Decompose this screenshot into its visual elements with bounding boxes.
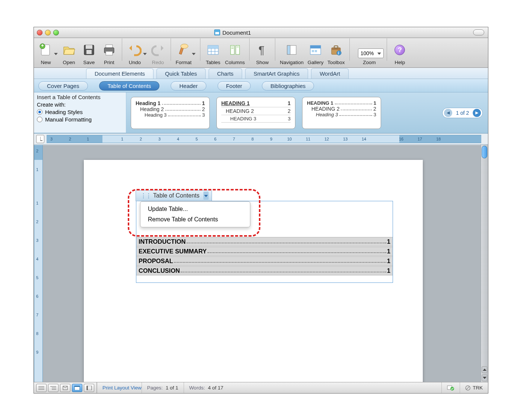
pager-next-button[interactable]: ▶ (473, 109, 481, 117)
application-window: Document1 New Open Save Print Undo Re (34, 27, 488, 394)
format-button[interactable]: Format (175, 42, 192, 65)
toc-handle-dropdown-icon[interactable] (203, 192, 209, 200)
spellcheck-icon (447, 385, 454, 391)
toc-entry[interactable]: CONCLUSION1 (136, 266, 393, 275)
view-notebook-button[interactable] (84, 384, 94, 392)
toc-context-menu: Update Table... Remove Table of Contents (140, 201, 250, 227)
pill-header[interactable]: Header (171, 81, 206, 91)
document-area: 21 12 34 56 78 9 ⋮⋮ Table of Contents Up… (34, 145, 488, 382)
menu-update-table[interactable]: Update Table... (140, 204, 250, 214)
svg-text:¶: ¶ (259, 44, 264, 56)
open-button[interactable]: Open (61, 42, 77, 65)
save-button[interactable]: Save (81, 42, 97, 65)
toc-template-3[interactable]: HEADING 11 HEADING 22 Heading 33 (302, 97, 381, 129)
svg-point-10 (181, 44, 188, 48)
view-publishing-button[interactable] (60, 384, 70, 392)
toc-entry[interactable]: INTRODUCTION1 (136, 237, 393, 246)
help-button[interactable]: ? Help (392, 42, 408, 65)
grip-icon: ⋮⋮ (140, 192, 151, 199)
columns-button[interactable]: Columns (225, 42, 245, 65)
help-icon: ? (394, 45, 405, 55)
view-outline-button[interactable] (48, 384, 58, 392)
svg-rect-3 (42, 44, 43, 47)
toolbar-separator (200, 38, 200, 61)
redo-button[interactable]: Redo (150, 42, 166, 65)
new-button[interactable]: New (38, 42, 54, 65)
toolbar-toggle-button[interactable] (473, 29, 484, 35)
toc-template-2[interactable]: HEADING 11 HEADING 22 HEADING 33 (216, 97, 295, 129)
status-spellcheck[interactable] (441, 382, 460, 393)
pill-bibliographies[interactable]: Bibliographies (262, 81, 314, 91)
titlebar: Document1 (34, 27, 488, 38)
radio-icon (37, 109, 42, 115)
ruler-row: ⎿ /*numbers rendered below via JS-less s… (34, 133, 488, 145)
radio-manual-formatting[interactable]: Manual Formatting (37, 116, 123, 123)
menu-remove-toc[interactable]: Remove Table of Contents (140, 214, 250, 225)
svg-line-48 (466, 386, 469, 389)
status-view-name: Print Layout View (97, 382, 142, 393)
gallery-pager: ◀ 1 of 2 ▶ (442, 108, 483, 118)
radio-icon (37, 117, 42, 122)
page-viewport[interactable]: ⋮⋮ Table of Contents Update Table... Rem… (43, 145, 488, 382)
toc-template-1[interactable]: Heading 11 Heading 22 Heading 33 (131, 97, 210, 129)
view-buttons (34, 382, 97, 393)
svg-rect-42 (75, 386, 80, 387)
pill-footer[interactable]: Footer (218, 81, 251, 91)
undo-button[interactable]: Undo (127, 42, 143, 65)
status-words[interactable]: Words: 4 of 17 (184, 382, 229, 393)
svg-point-32 (337, 51, 341, 55)
print-button[interactable]: Print (101, 42, 117, 65)
toolbox-button[interactable]: i Toolbox (327, 42, 345, 65)
toc-gallery: Heading 11 Heading 22 Heading 33 HEADING… (126, 92, 386, 133)
tab-charts[interactable]: Charts (209, 68, 242, 79)
zoom-dropdown-icon[interactable] (377, 50, 381, 56)
view-print-layout-button[interactable] (72, 384, 82, 392)
toolbar-separator (122, 38, 122, 61)
radio-heading-styles[interactable]: Heading Styles (37, 109, 123, 115)
svg-rect-6 (86, 50, 92, 54)
toolbar-separator (349, 38, 350, 61)
window-minimize-button[interactable] (45, 30, 51, 35)
undo-dropdown-icon[interactable] (143, 50, 147, 57)
svg-rect-27 (312, 50, 314, 52)
tab-stop-selector[interactable]: ⎿ (36, 135, 44, 143)
window-zoom-button[interactable] (53, 30, 59, 35)
ribbon-tabs: Document Elements Quick Tables Charts Sm… (34, 68, 488, 79)
toc-field-handle[interactable]: ⋮⋮ Table of Contents (136, 190, 212, 201)
vertical-scrollbar[interactable] (481, 145, 488, 382)
toc-options-ribbon: Insert a Table of Contents Create with: … (34, 92, 488, 133)
status-track-changes[interactable]: TRK (460, 382, 488, 393)
tables-button[interactable]: Tables (205, 42, 221, 65)
toc-entry[interactable]: PROPOSAL1 (136, 256, 393, 266)
tab-wordart[interactable]: WordArt (311, 68, 349, 79)
status-bar: Print Layout View Pages: 1 of 1 Words: 4… (34, 382, 488, 393)
pill-table-of-contents[interactable]: Table of Contents (99, 81, 160, 91)
show-button[interactable]: ¶ Show (254, 42, 270, 65)
view-draft-button[interactable] (36, 384, 47, 392)
toc-field[interactable]: ⋮⋮ Table of Contents Update Table... Rem… (136, 201, 393, 283)
gallery-button[interactable]: Gallery (307, 42, 324, 65)
navigation-button[interactable]: Navigation (280, 42, 304, 65)
window-close-button[interactable] (37, 30, 42, 35)
status-pages[interactable]: Pages: 1 of 1 (142, 382, 184, 393)
scrollbar-thumb[interactable] (482, 146, 487, 158)
insert-toc-title: Insert a Table of Contents (37, 94, 123, 100)
new-dropdown-icon[interactable] (54, 50, 58, 57)
tab-quick-tables[interactable]: Quick Tables (156, 68, 206, 79)
tab-document-elements[interactable]: Document Elements (86, 68, 153, 79)
scroll-down-button[interactable] (482, 375, 487, 381)
document-page[interactable]: ⋮⋮ Table of Contents Update Table... Rem… (84, 160, 423, 382)
toc-entry[interactable]: EXECUTIVE SUMMARY1 (136, 247, 393, 256)
pill-cover-pages[interactable]: Cover Pages (38, 81, 88, 91)
svg-rect-24 (287, 45, 290, 54)
horizontal-ruler[interactable]: /*numbers rendered below via JS-less sta… (47, 135, 481, 143)
pager-prev-button[interactable]: ◀ (444, 109, 452, 117)
tab-smartart[interactable]: SmartArt Graphics (245, 68, 308, 79)
track-changes-icon (465, 385, 470, 391)
format-dropdown-icon[interactable] (192, 50, 196, 57)
zoom-combobox[interactable]: 100% (358, 48, 384, 58)
vertical-ruler[interactable]: 21 12 34 56 78 9 (34, 145, 43, 382)
standard-toolbar: New Open Save Print Undo Redo Format (34, 38, 488, 68)
svg-rect-16 (208, 45, 218, 48)
scroll-up-button[interactable] (482, 366, 487, 373)
